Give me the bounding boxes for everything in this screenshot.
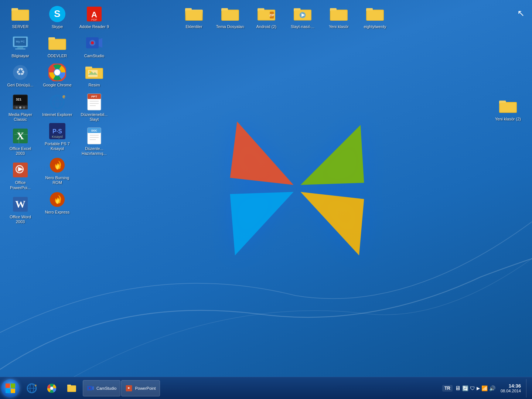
start-orb — [1, 379, 20, 398]
nero-icon — [48, 156, 66, 174]
icon-label-camstudio: CamStudio — [84, 54, 104, 58]
svg-point-57 — [54, 69, 60, 75]
svg-text:321: 321 — [16, 98, 21, 101]
ppt-file-icon: PPT — [85, 93, 103, 111]
icon-label-duzenlenebilir: Düzenlenebil... Slayt — [79, 112, 109, 122]
folder-icon-eklentiler — [185, 5, 203, 23]
svg-point-38 — [19, 106, 21, 109]
icon-label-ps7: Portable PS 7 Kısayol — [42, 141, 72, 151]
clock[interactable]: 14:36 08.04.2014 — [498, 382, 524, 395]
desktop-icon-eklentiler[interactable]: Eklentiler — [177, 4, 211, 31]
folder-icon-yeni — [330, 5, 348, 23]
desktop-icon-server[interactable]: SERVER — [4, 4, 37, 31]
tray-icon-volume: 🔊 — [489, 385, 495, 391]
desktop-icon-excel[interactable]: X Office Excel 2003 — [4, 126, 37, 157]
icon-label-duzenlenme: Düzenle... Hazırlanmış... — [79, 146, 109, 156]
desktop-icon-ppt[interactable]: Office PowerPoi... — [4, 160, 37, 191]
desktop-icon-android[interactable]: ZIP Android (2) — [250, 4, 283, 31]
desktop-icon-camstudio[interactable]: CamStudio — [78, 33, 111, 60]
icon-label-chrome: Google Chrome — [43, 83, 72, 88]
desktop-icon-ie[interactable]: e Internet Explorer — [41, 92, 74, 119]
doc-file-icon: DOC — [85, 127, 103, 145]
taskbar: e — [0, 377, 532, 399]
taskbar-ppt-label: PowerPoint — [135, 386, 156, 391]
desktop-icon-nero-express[interactable]: Nero Express — [41, 189, 74, 216]
system-tray: TR 🖥 🔄 🛡 ▶ 📶 🔊 14:36 08.04.2014 — [442, 379, 532, 398]
taskbar-ie-pin[interactable]: e — [22, 379, 41, 398]
icon-label-nero-express: Nero Express — [45, 210, 70, 215]
desktop-icon-duzenlenme[interactable]: DOC Düzenle... Hazırlanmış... — [78, 126, 111, 157]
desktop-icon-chrome[interactable]: Google Chrome — [41, 62, 74, 89]
desktop-icon-resim[interactable]: Resim — [78, 62, 111, 89]
desktop-icon-word[interactable]: W Office Word 2003 — [4, 194, 37, 226]
folder-icon-android: ZIP — [258, 5, 275, 23]
icon-label-android: Android (2) — [256, 24, 276, 29]
desktop-icon-eightytwenty[interactable]: eightytwenty — [358, 4, 392, 31]
svg-text:ZIP: ZIP — [269, 13, 274, 17]
svg-point-106 — [89, 387, 90, 388]
taskbar-explorer-pin[interactable] — [62, 379, 81, 398]
tray-icon-network: 🖥 — [455, 385, 461, 392]
camstudio-icon — [85, 34, 103, 52]
desktop-icon-odevler[interactable]: ÖDEVLER — [41, 33, 74, 60]
col3-icons: A PDF Adobe Reader 9 CamStudio — [78, 4, 111, 157]
clock-time: 14:36 — [501, 383, 521, 389]
icon-label-server: SERVER — [12, 24, 28, 29]
desktop-icon-adobe[interactable]: A PDF Adobe Reader 9 — [78, 4, 111, 31]
icon-label-nero: Nero Burning ROM — [42, 175, 72, 185]
icon-label-eightytwenty: eightytwenty — [364, 24, 386, 29]
taskbar-camstudio-label: CamStudio — [96, 386, 116, 391]
svg-text:X: X — [17, 130, 24, 141]
resim-icon — [85, 64, 103, 81]
start-button[interactable] — [0, 377, 21, 399]
svg-marker-71 — [99, 38, 102, 48]
desktop-icon-yeni-klasor2[interactable]: Yeni klasör (2) — [491, 96, 525, 123]
desktop-icon-bilgisayar[interactable]: My PC Bilgisayar — [4, 33, 37, 60]
taskbar-chrome-pin[interactable] — [42, 379, 61, 398]
svg-text:e: e — [62, 93, 65, 99]
skype-icon: S — [48, 5, 66, 23]
folder-odevler-icon — [48, 34, 66, 52]
show-desktop-button[interactable] — [526, 379, 529, 398]
desktop-icon-media-player[interactable]: 321 Media Player Classic — [4, 92, 37, 123]
right-icons: Yeni klasör (2) — [491, 96, 525, 123]
desktop-icon-slayt[interactable]: Slayt-nasıl-... — [286, 4, 319, 31]
icon-label-bilgisayar: Bilgisayar — [11, 54, 29, 58]
ie-icon: e — [48, 93, 66, 111]
left-col-icons: SERVER My PC Bilgisayar ♻ — [4, 4, 37, 226]
svg-text:W: W — [15, 198, 25, 210]
nero-express-icon — [48, 191, 66, 208]
recycle-icon: ♻ — [11, 64, 29, 81]
svg-point-73 — [91, 41, 94, 44]
svg-rect-22 — [367, 10, 383, 20]
taskbar-ppt-open[interactable]: PowerPoint — [121, 380, 160, 396]
ps7-icon: P·S Kısayol — [48, 122, 66, 140]
desktop-icon-yeni-klasor[interactable]: Yeni klasör — [322, 4, 355, 31]
desktop-icon-tema[interactable]: Tema Dosyaları — [214, 4, 247, 31]
clock-date: 08.04.2014 — [501, 389, 521, 393]
svg-rect-103 — [68, 386, 76, 391]
desktop-icon-skype[interactable]: S Skype — [41, 4, 74, 31]
svg-text:DOC: DOC — [91, 129, 97, 132]
tray-icon-security: 🛡 — [470, 385, 475, 391]
svg-text:♻: ♻ — [16, 66, 25, 78]
svg-text:PPT: PPT — [91, 95, 97, 98]
desktop-icon-duzenlenebilir[interactable]: PPT Düzenlenebil... Slayt — [78, 92, 111, 123]
folder-icon-eightytwenty — [366, 5, 384, 23]
icon-label-ppt: Office PowerPoi... — [5, 180, 35, 190]
folder-icon-tema — [221, 5, 239, 23]
svg-text:S: S — [54, 8, 60, 19]
desktop-icon-ps7[interactable]: P·S Kısayol Portable PS 7 Kısayol — [41, 121, 74, 153]
svg-rect-6 — [222, 10, 238, 20]
desktop-icon-nero[interactable]: Nero Burning ROM — [41, 155, 74, 187]
taskbar-camstudio-open[interactable]: CamStudio — [83, 380, 120, 396]
taskbar-open-apps: CamStudio PowerPoint — [83, 377, 160, 399]
svg-point-78 — [89, 71, 91, 73]
desktop-icon-geri-donusum[interactable]: ♻ Geri Dönüşü... — [4, 62, 37, 89]
folder-server-icon — [11, 5, 29, 23]
icon-label-geri-donusum: Geri Dönüşü... — [7, 83, 34, 88]
svg-point-37 — [16, 106, 18, 109]
svg-point-39 — [23, 106, 25, 109]
excel-icon: X — [11, 127, 29, 145]
language-indicator[interactable]: TR — [442, 385, 453, 392]
